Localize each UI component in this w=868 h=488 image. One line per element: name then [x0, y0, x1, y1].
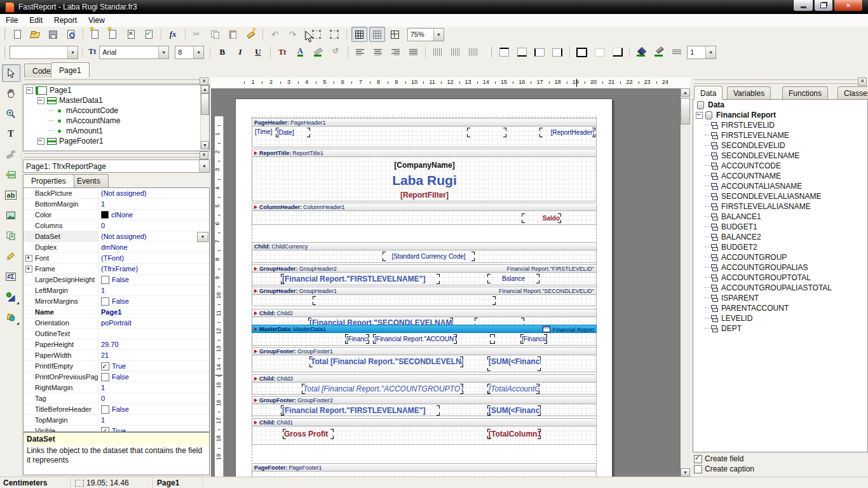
data-field-firstlevelname[interactable]: FIRSTLEVELNAME — [693, 130, 867, 140]
band-pagefooter1[interactable]: PageFooter:PageFooter1 — [252, 463, 597, 477]
property-value[interactable]: True — [98, 426, 209, 432]
frame-width-combo[interactable]: 1 ▼ — [687, 46, 716, 59]
design-scrollbar[interactable]: ▲ ▼ — [681, 88, 690, 477]
menu-file[interactable]: File — [0, 15, 24, 26]
tab-variables[interactable]: Variables — [727, 86, 771, 99]
band-content-pageheader1[interactable]: [Time][Date][ReportHeader] — [252, 126, 597, 147]
band-content-childcurrency[interactable]: [Standard Currency Code] — [252, 250, 597, 263]
collapse-icon[interactable] — [37, 97, 44, 104]
report-object[interactable]: Total [Financial Report."SECONDLEVELNAME… — [309, 356, 463, 367]
system-text-button[interactable]: #Σ — [2, 268, 20, 285]
report-object[interactable]: [Financial Report."ACCOUNTNAME"] — [373, 334, 457, 344]
property-value[interactable]: 1 — [98, 199, 209, 209]
scroll-up-icon[interactable]: ▲ — [201, 85, 209, 93]
data-field-accountgroup[interactable]: ACCOUNTGROUP — [693, 252, 867, 262]
page-settings-button[interactable] — [141, 27, 157, 42]
band-header-pageheader1[interactable]: PageHeader:PageHeader1 — [252, 118, 597, 126]
report-object[interactable]: [SUM(<Financial — [487, 356, 541, 371]
bold-button[interactable]: B — [214, 44, 230, 60]
frame-top-button[interactable] — [496, 44, 512, 60]
data-field-isparent[interactable]: ISPARENT — [693, 293, 867, 303]
minimize-button[interactable] — [793, 0, 813, 11]
paste-button[interactable] — [225, 27, 241, 42]
align-right-button[interactable] — [388, 44, 403, 60]
report-object[interactable]: [TotalAccountGrou — [487, 384, 539, 394]
zoom-dropdown-icon[interactable]: ▼ — [433, 29, 444, 41]
report-object[interactable]: [Financial Report."FIRSTLEVELNAME"] — [281, 274, 440, 284]
report-object[interactable]: Saldo — [522, 214, 561, 223]
object-tree-item-maccountcode[interactable]: mAccountCode — [24, 105, 209, 116]
report-object[interactable]: Total [Financial Report."ACCOUNTGROUPTOT… — [302, 384, 463, 394]
inspector-close-icon[interactable]: ✕ — [200, 151, 208, 159]
dock-grip[interactable] — [694, 79, 858, 84]
design-canvas[interactable]: PageHeader:PageHeader1[Time][Date][Repor… — [211, 88, 690, 477]
report-page[interactable]: PageHeader:PageHeader1[Time][Date][Repor… — [235, 98, 613, 477]
property-value[interactable]: False — [98, 274, 209, 285]
property-row-outlinetext[interactable]: OutlineText — [24, 329, 209, 339]
scroll-up-icon[interactable]: ▲ — [681, 88, 690, 97]
data-field-accountgrouptotal[interactable]: ACCOUNTGROUPTOTAL — [693, 273, 867, 283]
property-value[interactable]: (Not assigned) — [98, 188, 209, 198]
report-object[interactable]: [Financial] — [520, 334, 547, 344]
report-object[interactable]: [Time] — [254, 128, 274, 137]
font-name-combo[interactable]: Arial ▼ — [99, 46, 169, 59]
band-content-groupheader2[interactable]: [Financial Report."FIRSTLEVELNAME"]Balan… — [252, 273, 597, 285]
data-field-budget2[interactable]: BUDGET2 — [693, 242, 867, 252]
band-childcurrency[interactable]: Child:ChildCurrency[Standard Currency Co… — [252, 242, 597, 263]
align-to-grid-button[interactable] — [369, 27, 385, 42]
property-row-paperheight[interactable]: PaperHeight29.70 — [24, 339, 209, 350]
property-value[interactable]: False — [98, 372, 209, 382]
data-field-firstlevelaliasname[interactable]: FIRSTLEVELALIASNAME — [693, 201, 867, 212]
property-value[interactable]: 1 — [98, 383, 209, 393]
new-report-page-button[interactable] — [87, 27, 103, 42]
property-checkbox[interactable] — [101, 405, 109, 414]
font-size-dropdown-icon[interactable]: ▼ — [193, 46, 203, 58]
fill-color-button[interactable] — [634, 44, 649, 60]
frame-left-button[interactable] — [532, 44, 548, 60]
zoom-combo[interactable]: 75% ▼ — [407, 28, 444, 41]
report-object-empty[interactable] — [490, 334, 495, 344]
property-value[interactable]: clNone — [98, 210, 209, 220]
property-value[interactable]: False — [98, 404, 209, 414]
expand-icon[interactable] — [25, 255, 32, 262]
picture-object-button[interactable] — [2, 207, 20, 224]
property-row-topmargin[interactable]: TopMargin1 — [24, 415, 209, 426]
toolbar-grip[interactable] — [489, 46, 492, 58]
dock-grip[interactable] — [24, 153, 200, 158]
band-child3[interactable]: Child:Child3Total [Financial Report."ACC… — [252, 374, 597, 395]
band-content-pagefooter1[interactable] — [252, 471, 597, 477]
preview-button[interactable] — [63, 27, 79, 42]
collapse-icon[interactable] — [37, 138, 44, 145]
property-value[interactable]: dmNone — [98, 242, 209, 252]
new-report-button[interactable] — [10, 27, 25, 42]
property-row-duplex[interactable]: DuplexdmNone — [24, 242, 209, 253]
property-row-frame[interactable]: Frame(TfrxFrame) — [24, 264, 209, 274]
property-row-titlebeforeheader[interactable]: TitleBeforeHeaderFalse — [24, 404, 209, 415]
report-object[interactable]: [Standard Currency Code] — [383, 252, 475, 261]
data-field-secondlevelname[interactable]: SECONDLEVELNAME — [693, 151, 867, 161]
data-field-budget1[interactable]: BUDGET1 — [693, 222, 867, 232]
ungroup-button[interactable] — [327, 27, 342, 42]
font-color-button[interactable]: A — [292, 44, 308, 60]
insert-band-button[interactable] — [2, 166, 20, 184]
property-row-name[interactable]: NamePage1 — [24, 307, 209, 318]
report-object[interactable]: [TotalColumn1] — [487, 429, 541, 439]
data-field-firstlevelid[interactable]: FIRSTLEVELID — [693, 120, 867, 130]
property-dropdown-icon[interactable]: ▼ — [197, 232, 208, 242]
object-tree-item-masterdata1[interactable]: MasterData1 — [24, 95, 209, 105]
data-tree-root[interactable]: Data — [693, 100, 867, 110]
property-value[interactable]: Page1 — [98, 307, 209, 317]
delete-page-button[interactable] — [123, 27, 139, 42]
create-caption-checkbox[interactable] — [694, 465, 702, 473]
report-object[interactable]: Laba Rugi — [252, 171, 597, 189]
report-object[interactable]: [Financial Report."FIRSTLEVELNAME"] — [281, 405, 440, 416]
band-header-groupfooter2[interactable]: GroupFooter:GroupFooter2 — [252, 396, 597, 404]
cut-button[interactable] — [189, 27, 205, 42]
frame-all-button[interactable] — [574, 44, 590, 60]
collapse-icon[interactable] — [696, 112, 703, 119]
font-settings-button[interactable]: Tt — [275, 44, 290, 60]
open-report-button[interactable] — [27, 27, 43, 42]
band-content-child3[interactable]: Total [Financial Report."ACCOUNTGROUPTOT… — [252, 383, 597, 395]
inspector-combo-dropdown-icon[interactable]: ▼ — [199, 160, 209, 172]
style-dropdown-icon[interactable]: ▼ — [67, 46, 78, 58]
